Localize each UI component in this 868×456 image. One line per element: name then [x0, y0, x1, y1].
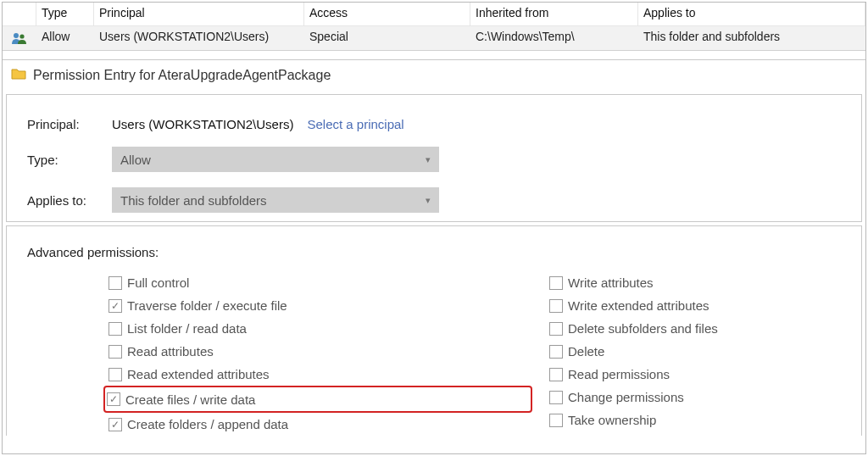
header-inherited[interactable]: Inherited from: [470, 3, 638, 26]
perm-label: Write extended attributes: [568, 298, 709, 313]
perm-take-ownership[interactable]: Take ownership: [549, 409, 841, 431]
perm-read-ext-attributes[interactable]: Read extended attributes: [108, 363, 532, 386]
perm-label: Read extended attributes: [127, 367, 270, 381]
checkbox[interactable]: [108, 345, 122, 359]
table-row[interactable]: Allow Users (WORKSTATION2\Users) Special…: [3, 26, 865, 50]
perm-label: Create files / write data: [125, 392, 255, 407]
checkbox[interactable]: [108, 299, 122, 313]
perm-col-left: Full control Traverse folder / execute f…: [108, 271, 532, 436]
checkbox[interactable]: [107, 392, 120, 406]
users-icon: [3, 26, 36, 50]
folder-icon: [11, 67, 26, 84]
type-dropdown-value: Allow: [120, 153, 151, 167]
checkbox[interactable]: [549, 345, 563, 359]
svg-point-0: [14, 33, 19, 38]
principal-value: Users (WORKSTATION2\Users): [112, 117, 293, 131]
perm-read-permissions[interactable]: Read permissions: [549, 363, 841, 386]
perm-col-right: Write attributes Write extended attribut…: [549, 271, 841, 436]
checkbox[interactable]: [108, 322, 122, 336]
cell-type: Allow: [36, 26, 94, 50]
applies-dropdown[interactable]: This folder and subfolders ▾: [112, 187, 439, 213]
perm-create-files-write[interactable]: Create files / write data: [107, 389, 524, 409]
checkbox[interactable]: [549, 322, 563, 336]
perm-label: List folder / read data: [127, 321, 247, 336]
perm-label: Create folders / append data: [127, 417, 288, 431]
checkbox[interactable]: [108, 418, 122, 431]
checkbox[interactable]: [549, 299, 563, 313]
table-header-row: Type Principal Access Inherited from App…: [3, 3, 865, 26]
checkbox[interactable]: [108, 276, 122, 290]
svg-point-1: [19, 34, 24, 38]
perm-change-permissions[interactable]: Change permissions: [549, 386, 841, 409]
header-access[interactable]: Access: [304, 3, 470, 26]
cell-principal: Users (WORKSTATION2\Users): [94, 26, 304, 50]
chevron-down-icon: ▾: [426, 195, 431, 206]
type-label: Type:: [27, 153, 112, 167]
entry-header: Permission Entry for AteraUpgradeAgentPa…: [3, 59, 865, 91]
perm-write-ext-attributes[interactable]: Write extended attributes: [549, 294, 841, 317]
applies-label: Applies to:: [27, 193, 112, 208]
perm-label: Full control: [127, 275, 189, 290]
perm-label: Read permissions: [568, 367, 670, 381]
applies-dropdown-value: This folder and subfolders: [120, 193, 267, 208]
checkbox[interactable]: [549, 414, 563, 427]
checkbox[interactable]: [549, 276, 563, 290]
header-icon-col: [3, 3, 36, 26]
header-type[interactable]: Type: [36, 3, 94, 26]
perm-label: Write attributes: [568, 275, 654, 290]
perm-label: Traverse folder / execute file: [127, 298, 287, 313]
perm-list-read-data[interactable]: List folder / read data: [108, 317, 532, 340]
perm-create-folders-append[interactable]: Create folders / append data: [108, 413, 532, 436]
perm-full-control[interactable]: Full control: [108, 271, 532, 294]
cell-applies: This folder and subfolders: [638, 26, 865, 50]
checkbox[interactable]: [549, 391, 563, 404]
select-principal-link[interactable]: Select a principal: [307, 117, 403, 131]
perm-traverse-execute[interactable]: Traverse folder / execute file: [108, 294, 532, 317]
advanced-permissions-panel: Advanced permissions: Full control Trave…: [6, 225, 862, 436]
perm-delete-subfolders[interactable]: Delete subfolders and files: [549, 317, 841, 340]
entry-title: Permission Entry for AteraUpgradeAgentPa…: [33, 68, 331, 83]
perm-delete[interactable]: Delete: [549, 340, 841, 363]
perm-label: Delete: [568, 344, 604, 359]
principal-label: Principal:: [27, 117, 112, 131]
permissions-table: Type Principal Access Inherited from App…: [3, 3, 865, 51]
perm-write-attributes[interactable]: Write attributes: [549, 271, 841, 294]
header-principal[interactable]: Principal: [94, 3, 304, 26]
perm-read-attributes[interactable]: Read attributes: [108, 340, 532, 363]
advanced-permissions-title: Advanced permissions:: [27, 245, 841, 259]
type-dropdown[interactable]: Allow ▾: [112, 147, 439, 172]
checkbox[interactable]: [108, 368, 122, 381]
perm-label: Change permissions: [568, 390, 684, 404]
highlight-box: Create files / write data: [103, 386, 532, 413]
cell-inherited: C:\Windows\Temp\: [470, 26, 638, 50]
main-panel: Principal: Users (WORKSTATION2\Users) Se…: [6, 94, 862, 222]
perm-label: Take ownership: [568, 413, 656, 427]
chevron-down-icon: ▾: [426, 154, 431, 165]
perm-label: Read attributes: [127, 344, 214, 359]
header-applies[interactable]: Applies to: [638, 3, 865, 26]
cell-access: Special: [304, 26, 470, 50]
checkbox[interactable]: [549, 368, 563, 381]
perm-label: Delete subfolders and files: [568, 321, 718, 336]
